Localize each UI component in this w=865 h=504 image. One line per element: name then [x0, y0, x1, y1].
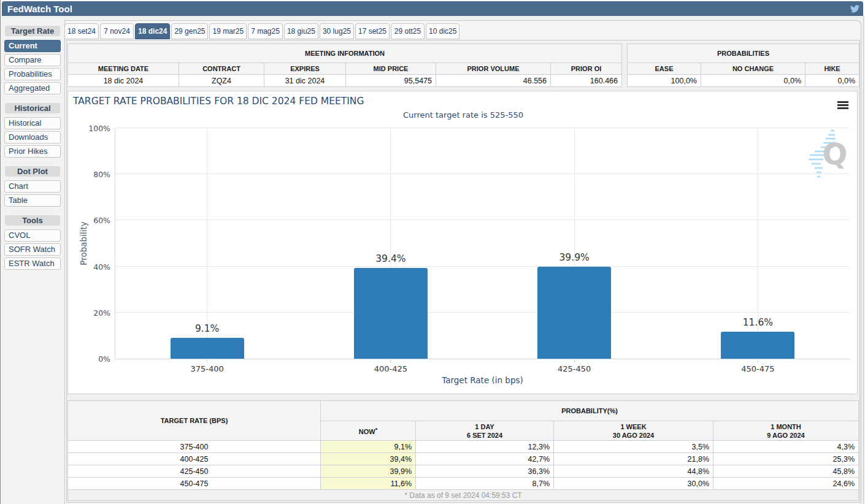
probabilities-summary-table: PROBABILITIESEASENO CHANGEHIKE100,0%0,0%… [627, 44, 859, 87]
sidebar-group-header-historical[interactable]: Historical [5, 103, 60, 113]
probability-column-hike: HIKE [805, 63, 859, 75]
bar-450-475[interactable] [721, 332, 794, 359]
y-tick-label-0: 0% [74, 354, 110, 364]
probability-cell-1-week: 30,0% [554, 478, 713, 490]
sidebar-item-prior-hikes[interactable]: Prior Hikes [4, 145, 61, 158]
sidebar-item-current[interactable]: Current [4, 40, 61, 52]
chart-plot-area: Q 0%20%40%60%80%100%375-400400-425425-45… [115, 128, 850, 359]
probability-cell-1-week: 3,5% [554, 441, 713, 453]
x-axis-title: Target Rate (in bps) [115, 375, 850, 385]
meeting-info-value-prior-volume: 46.556 [436, 75, 551, 87]
page-right-edge [863, 16, 864, 504]
data-as-of-footnote: * Data as of 9 set 2024 04:59:53 CT [68, 490, 859, 501]
sidebar-item-chart[interactable]: Chart [4, 180, 61, 193]
tab-30-lug25[interactable]: 30 lug25 [320, 23, 354, 39]
sidebar-item-cvol[interactable]: CVOL [4, 229, 61, 242]
meeting-information-table: MEETING INFORMATIONMEETING DATECONTRACTE… [67, 44, 622, 87]
top-bar: FedWatch Tool [2, 1, 863, 16]
bar-value-label-450-475: 11.6% [709, 317, 807, 328]
sidebar-group-header-target-rate[interactable]: Target Rate [5, 26, 60, 36]
tab-17-set25[interactable]: 17 set25 [355, 23, 390, 39]
sidebar-group-header-dot-plot[interactable]: Dot Plot [5, 166, 60, 177]
probability-row-400-425: 400-42539,4%42,7%21,8%25,3% [68, 453, 859, 465]
x-category-label-375-400: 375-400 [171, 364, 244, 373]
meeting-info-value-mid-price: 95,5475 [346, 75, 436, 87]
probability-row-450-475: 450-47511,6%8,7%30,0%24,6% [68, 478, 859, 490]
probability-cell-1-day: 12,3% [416, 441, 554, 453]
twitter-icon[interactable] [850, 5, 859, 13]
meeting-info-column-prior-volume: PRIOR VOLUME [436, 63, 551, 75]
probability-value-hike: 0,0% [805, 75, 859, 87]
sidebar-item-probabilities[interactable]: Probabilities [4, 68, 61, 80]
chart-title: TARGET RATE PROBABILITIES FOR 18 DIC 202… [73, 96, 364, 107]
bar-value-label-375-400: 9.1% [158, 323, 256, 334]
tab-18-set24[interactable]: 18 set24 [64, 23, 99, 39]
sidebar-item-downloads[interactable]: Downloads [4, 131, 61, 143]
y-gridline-60 [115, 220, 850, 220]
column-header-target-rate-bps: TARGET RATE (BPS) [68, 401, 321, 441]
y-gridline-100 [115, 128, 850, 128]
chart-context-menu-icon[interactable] [837, 101, 848, 109]
sidebar-item-estr-watch[interactable]: ESTR Watch [4, 258, 61, 270]
y-gridline-20 [115, 312, 850, 313]
now-probability-cell: 11,6% [321, 478, 416, 490]
probability-cell-1-day: 8,7% [416, 478, 554, 490]
page-left-edge [0, 0, 1, 504]
hamburger-bar [837, 104, 848, 106]
probabilities-summary-title: PROBABILITIES [628, 44, 859, 63]
probability-cell-1-day: 36,3% [416, 465, 554, 478]
svg-text:Q: Q [823, 137, 848, 171]
now-probability-cell: 39,9% [321, 465, 416, 478]
y-tick-label-100: 100% [74, 124, 110, 133]
y-gridline-80 [115, 174, 850, 174]
sidebar-item-historical[interactable]: Historical [4, 117, 61, 129]
tab-10-dic25[interactable]: 10 dic25 [426, 23, 459, 39]
y-gridline-40 [115, 266, 850, 267]
tab-29-ott25[interactable]: 29 ott25 [391, 23, 425, 39]
hamburger-bar [837, 107, 848, 109]
bar-375-400[interactable] [171, 338, 244, 359]
chart-subtitle: Current target rate is 525-550 [68, 110, 858, 120]
probability-history-table: TARGET RATE (BPS)PROBABILITY(%)NOW*1 DAY… [67, 400, 859, 501]
y-tick-label-20: 20% [74, 308, 110, 318]
probability-cell-1-month: 25,3% [713, 453, 859, 465]
target-rate-cell: 425-450 [68, 465, 321, 478]
meeting-info-value-expires: 31 dic 2024 [264, 75, 346, 87]
now-probability-cell: 9,1% [321, 441, 416, 453]
y-tick-label-80: 80% [74, 170, 110, 179]
meeting-information-title: MEETING INFORMATION [68, 44, 622, 63]
sidebar-item-compare[interactable]: Compare [4, 54, 61, 66]
sidebar-item-table[interactable]: Table [4, 194, 61, 207]
probability-value-ease: 100,0% [628, 75, 701, 87]
x-category-label-450-475: 450-475 [721, 364, 794, 373]
probability-cell-1-week: 44,8% [554, 465, 713, 478]
now-probability-cell: 39,4% [321, 453, 416, 465]
bar-400-425[interactable] [354, 268, 428, 359]
probability-row-425-450: 425-45039,9%36,3%44,8%45,8% [68, 465, 859, 478]
hamburger-bar [837, 101, 848, 103]
target-rate-cell: 450-475 [68, 478, 321, 490]
tab-19-mar25[interactable]: 19 mar25 [209, 23, 247, 39]
bar-value-label-425-450: 39.9% [525, 252, 623, 263]
column-header-1-month: 1 MONTH9 AGO 2024 [713, 421, 859, 441]
probability-cell-1-day: 42,7% [416, 453, 554, 465]
meeting-info-column-contract: CONTRACT [179, 63, 264, 75]
tab-18-giu25[interactable]: 18 giu25 [284, 23, 318, 39]
meeting-info-value-prior-oi: 160.466 [551, 75, 622, 87]
meeting-date-tabs: 18 set247 nov2418 dic2429 gen2519 mar257… [64, 23, 461, 39]
meeting-info-column-expires: EXPIRES [264, 63, 346, 75]
probability-cell-1-month: 24,6% [713, 478, 859, 490]
meeting-info-column-prior-oi: PRIOR OI [551, 63, 622, 75]
column-header-now: NOW* [321, 421, 416, 441]
tab-7-nov24[interactable]: 7 nov24 [100, 23, 134, 39]
y-tick-label-60: 60% [74, 216, 110, 225]
meeting-info-column-mid-price: MID PRICE [346, 63, 436, 75]
tab-29-gen25[interactable]: 29 gen25 [171, 23, 208, 39]
bar-425-450[interactable] [537, 267, 611, 359]
sidebar-group-header-tools[interactable]: Tools [5, 215, 60, 226]
sidebar-item-aggregated[interactable]: Aggregated [4, 82, 61, 94]
tab-18-dic24[interactable]: 18 dic24 [135, 23, 170, 39]
tab-7-mag25[interactable]: 7 mag25 [248, 23, 283, 39]
sidebar: Target RateCurrentCompareProbabilitiesAg… [1, 16, 64, 504]
sidebar-item-sofr-watch[interactable]: SOFR Watch [4, 243, 61, 256]
